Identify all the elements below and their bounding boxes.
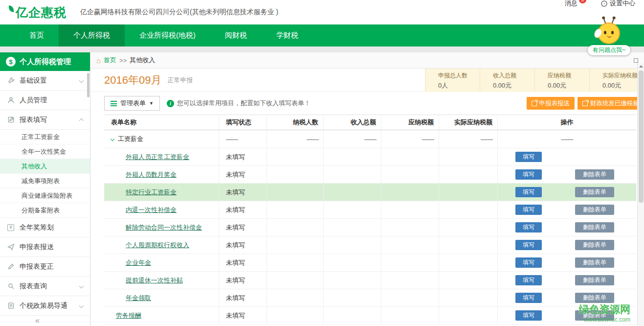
company-name: 亿企赢网络科技有限公司四川分公司(其他未列明信息技术服务业 ) [80, 8, 278, 17]
nav-tab-corporate-income-tax[interactable]: 企业所得税(地税) [125, 24, 210, 47]
nav-tab-read-finance-tax[interactable]: 阅财税 [210, 24, 262, 47]
sidebar-subitem-deduction-schedule[interactable]: 减免事项附表 [0, 174, 90, 188]
fill-button[interactable]: 填写 [515, 293, 542, 303]
stat-declared-people: 申报总人数 0人 [425, 69, 480, 92]
sidebar-subitem-health-insurance-schedule[interactable]: 商业健康保险附表 [0, 188, 90, 203]
delete-form-button[interactable]: 删除表单 [575, 169, 614, 180]
table-group-row-salary[interactable]: 工资薪金 —— —— —— —— —— —— [104, 130, 636, 148]
sidebar-item-basic-settings[interactable]: 基础设置 [0, 71, 90, 91]
table-row: 年金领取 未填写 填写 删除表单 [104, 289, 636, 307]
delete-form-button[interactable]: 删除表单 [575, 222, 614, 233]
manage-forms-button[interactable]: 管理表单 ▼ [104, 96, 160, 111]
fill-status: 未填写 [219, 307, 267, 324]
toolbar-actions: 申报表报送 财政统发已缴税额 [527, 97, 644, 110]
fill-button[interactable]: 填写 [515, 275, 542, 285]
fill-button[interactable]: 填写 [515, 187, 542, 197]
breadcrumb-separator: >> [119, 57, 127, 64]
panel-toggle-icon[interactable] [634, 58, 638, 63]
col-header-form-name: 表单名称 [104, 115, 219, 130]
fiscal-paid-tax-button[interactable]: 财政统发已缴税额 [577, 97, 644, 110]
submit-declaration-button[interactable]: 申报表报送 [527, 97, 575, 110]
table-row: 特定行业工资薪金 未填写 填写 删除表单 [104, 184, 636, 201]
form-link[interactable]: 外籍人员正常工资薪金 [126, 153, 189, 162]
breadcrumb-home-link[interactable]: 首页 [104, 56, 116, 65]
table-row: 提前退休一次性补贴 未填写 填写 删除表单 [104, 272, 636, 289]
fill-status: 未填写 [219, 219, 267, 236]
vertical-scrollbar[interactable] [637, 63, 644, 326]
help-mascot[interactable]: 有问题点我~ [588, 20, 630, 55]
period-subtitle: 正常申报 [167, 76, 193, 85]
document-icon [7, 302, 15, 310]
toolbar: 管理表单 ▼ i 您可以选择常用项目，配置如下收入填写表单！ 申报表报送 财政统… [90, 92, 644, 115]
messages-link[interactable]: 消息 0 [565, 0, 577, 8]
sidebar-collapse-button[interactable]: « [35, 316, 40, 325]
sidebar-subitem-other-income[interactable]: 其他收入 [0, 159, 90, 174]
form-link[interactable]: 外籍人员数月奖金 [126, 170, 177, 179]
chevron-up-icon [79, 118, 84, 123]
nav-tab-personal-income-tax[interactable]: 个人所得税 [59, 24, 125, 47]
yen-icon: ¥ [7, 224, 15, 232]
form-link[interactable]: 年金领取 [126, 294, 151, 303]
sidebar-item-personnel[interactable]: 人员管理 [0, 91, 90, 110]
form-link[interactable]: 个人股票期权行权收入 [126, 241, 189, 250]
fill-button[interactable]: 填写 [515, 169, 542, 180]
delete-form-button[interactable]: 删除表单 [575, 205, 614, 215]
delete-form-button[interactable]: 删除表单 [575, 240, 614, 250]
settings-label: 设置中心 [610, 0, 635, 8]
sidebar-item-declaration-submit[interactable]: 申报表报送 [0, 237, 90, 257]
fill-button[interactable]: 填写 [515, 205, 542, 215]
sidebar-scrollbar-thumb[interactable] [87, 73, 89, 97]
form-edit-icon [7, 116, 15, 124]
sidebar-subitem-installment-filing-schedule[interactable]: 分期备案附表 [0, 203, 90, 218]
forms-table: 表单名称 填写状态 纳税人数 收入总额 应纳税额 实际应纳税额 操作 工资薪金 … [104, 115, 636, 326]
help-bubble[interactable]: 有问题点我~ [588, 45, 630, 55]
fill-status: 未填写 [219, 166, 267, 183]
form-link[interactable]: 劳务报酬 [116, 311, 141, 320]
watermark-title: 绿色资源网 [579, 303, 630, 316]
sidebar-item-annual-bonus-planning[interactable]: ¥ 全年奖筹划 [0, 218, 90, 237]
breadcrumb-current: 其他收入 [130, 56, 155, 65]
form-link[interactable]: 内退一次性补偿金 [126, 206, 177, 214]
scroll-up-icon[interactable] [638, 63, 644, 70]
stat-tax-payable: 应纳税额 0.00元 [534, 69, 589, 92]
export-icon [532, 101, 537, 106]
bee-icon [596, 20, 622, 44]
form-link[interactable]: 解除劳动合同一次性补偿金 [126, 223, 202, 232]
send-icon [7, 243, 15, 251]
fill-status: 未填写 [219, 289, 267, 306]
sidebar-subitem-normal-salary[interactable]: 正常工资薪金 [0, 130, 90, 144]
form-link[interactable]: 特定行业工资薪金 [126, 188, 177, 197]
delete-form-button[interactable]: 删除表单 [575, 293, 614, 303]
form-link[interactable]: 企业年金 [126, 258, 151, 267]
fill-button[interactable]: 填写 [515, 310, 542, 321]
delete-form-button[interactable]: 删除表单 [575, 275, 614, 285]
nav-tab-learn-finance-tax[interactable]: 学财税 [262, 24, 313, 47]
fill-button[interactable]: 填写 [515, 222, 542, 233]
fill-button[interactable]: 填写 [515, 152, 542, 162]
sidebar-item-report-filling[interactable]: 报表填写 [0, 110, 90, 130]
fill-button[interactable]: 填写 [515, 240, 542, 250]
home-icon: ⌂ [96, 56, 101, 65]
nav-tab-home[interactable]: 首页 [15, 24, 59, 47]
col-header-total-income: 收入总额 [324, 115, 381, 130]
sidebar-item-declaration-correction[interactable]: 申报表更正 [0, 257, 90, 277]
fill-button[interactable]: 填写 [515, 257, 542, 268]
search-icon [7, 282, 15, 290]
list-icon [111, 101, 117, 106]
form-link[interactable]: 提前退休一次性补贴 [126, 276, 183, 285]
period-row: 2016年09月 正常申报 申报总人数 0人 收入总额 0.00元 应纳税额 0… [90, 69, 644, 92]
sidebar-subitem-annual-bonus[interactable]: 全年一次性奖金 [0, 144, 90, 159]
settings-center-link[interactable]: 设置中心 [601, 0, 635, 8]
scrollbar-thumb[interactable] [639, 70, 644, 203]
sidebar-item-report-query[interactable]: 报表查询 [0, 277, 90, 296]
table-row: 外籍人员正常工资薪金 未填写 填写 [104, 148, 636, 166]
sidebar-item-tax-policy-guide[interactable]: 个税政策易导通 [0, 296, 90, 316]
chevron-down-icon [79, 303, 84, 308]
col-header-tax-payable: 应纳税额 [381, 115, 439, 130]
delete-form-button[interactable]: 删除表单 [575, 187, 614, 197]
delete-form-button[interactable]: 删除表单 [575, 257, 614, 268]
chevron-down-icon [79, 78, 84, 83]
summary-stats: 申报总人数 0人 收入总额 0.00元 应纳税额 0.00元 实际应纳税额 0.… [425, 69, 644, 92]
fill-status: 未填写 [219, 272, 267, 289]
col-header-taxpayer-count: 纳税人数 [267, 115, 324, 130]
